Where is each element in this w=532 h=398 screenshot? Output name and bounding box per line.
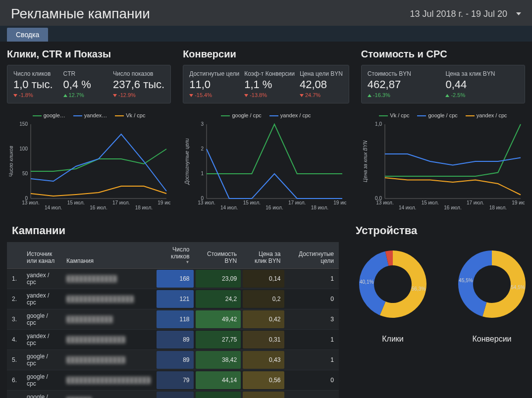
donut-conversions: 54,5%45,5% Конверсии [450, 242, 532, 344]
table-header[interactable]: Источник или канал [22, 242, 61, 269]
svg-text:13 июл.: 13 июл. [376, 200, 393, 205]
kpi-label: CTR [63, 70, 108, 77]
arrow-down-icon [445, 94, 449, 97]
panel-conv-title: Конверсии [183, 49, 349, 60]
table-header[interactable]: Стоимость BYN [195, 242, 242, 269]
table-cell: yandex / cpc [22, 330, 61, 350]
kpi-impressions[interactable]: Число показов 237,6 тыс. -12.9% [113, 70, 164, 98]
kpi-value: 462,87 [368, 78, 441, 91]
donut-clicks: 56,3%40,1% Клики [351, 242, 435, 344]
table-row[interactable]: 5.google / cpc██████████████8938,420,431 [7, 350, 339, 370]
campaigns-table: Источник или каналКампанияЧисло кликов▼С… [7, 242, 339, 398]
table-cell: 1 [285, 269, 339, 289]
kpi-delta: -12.9% [113, 92, 164, 98]
table-row[interactable]: 7.google / cpc██████5122,40,441 [7, 391, 339, 398]
svg-text:1,0: 1,0 [375, 121, 382, 127]
page-title: Рекламные кампании [11, 6, 150, 22]
kpi-value: 0,4 % [63, 78, 108, 91]
table-row[interactable]: 2.yandex / cpc████████████████12124,20,2… [7, 289, 339, 309]
table-row[interactable]: 1.yandex / cpc████████████16823,090,141 [7, 269, 339, 289]
table-cell: 118 [156, 309, 194, 330]
panel-clicks-title: Клики, CTR и Показы [7, 49, 171, 60]
kpi-value: 11,0 [189, 78, 239, 91]
tab-summary[interactable]: Сводка [7, 28, 48, 42]
panel-cost: Стоимость и CPC Стоимость BYN 462,87 -16… [361, 49, 525, 215]
kpi-cpc[interactable]: Цена за клик BYN 0,44 -2.5% [445, 70, 519, 98]
kpi-label: Достигнутые цели [189, 70, 239, 77]
svg-text:Число кликов: Число кликов [8, 146, 14, 177]
table-cell: 168 [156, 269, 194, 289]
kpi-value: 1,1 % [244, 78, 295, 91]
svg-text:56,3%: 56,3% [412, 286, 426, 292]
table-cell: 0,2 [242, 289, 285, 309]
svg-text:19 июл.: 19 июл. [512, 200, 525, 205]
table-cell: ██████████████ [61, 330, 156, 350]
kpi-clicks[interactable]: Число кликов 1,0 тыс. -1.8% [13, 70, 58, 98]
table-header[interactable]: Достигнутые цели [285, 242, 339, 269]
devices-title: Устройства [356, 224, 532, 237]
svg-text:40,1%: 40,1% [360, 279, 373, 285]
table-cell: 3 [285, 309, 339, 330]
kpi-label: Коэф-т Конверсии [244, 70, 295, 77]
table-row[interactable]: 4.yandex / cpc██████████████8927,750,311 [7, 330, 339, 350]
svg-text:100: 100 [19, 146, 28, 151]
date-range-picker[interactable]: 13 Jul 2018 г. - 19 Jul 20 [410, 9, 522, 19]
table-cell: 0 [285, 289, 339, 309]
table-cell: 2. [7, 289, 22, 309]
svg-text:13 июл.: 13 июл. [22, 200, 39, 205]
table-cell: google / cpc [22, 309, 61, 330]
kpi-delta: 12.7% [63, 92, 108, 98]
legend-item[interactable]: google / cpc [417, 112, 457, 118]
donut-chart-conversions: 54,5%45,5% [450, 242, 532, 326]
table-cell: 1. [7, 269, 22, 289]
table-cell: 3. [7, 309, 22, 330]
kpi-goals[interactable]: Достигнутые цели 11,0 -15.4% [189, 70, 239, 98]
table-row[interactable]: 6.google / cpc████████████████████7944,1… [7, 370, 339, 391]
table-cell: 5. [7, 350, 22, 370]
legend-item[interactable]: google… [33, 112, 65, 118]
legend-item[interactable]: Vk / cpc [115, 112, 145, 118]
table-header[interactable]: Кампания [61, 242, 156, 269]
kpi-delta: -1.8% [13, 92, 58, 98]
svg-text:2: 2 [201, 146, 204, 151]
kpi-group-clicks: Число кликов 1,0 тыс. -1.8% CTR 0,4 % 12… [7, 65, 171, 103]
kpi-label: Стоимость BYN [368, 70, 441, 77]
table-cell: 7. [7, 391, 22, 398]
table-header[interactable]: Число кликов▼ [156, 242, 194, 269]
table-cell: 27,75 [195, 330, 242, 350]
table-cell: 1 [285, 391, 339, 398]
svg-text:14 июл.: 14 июл. [220, 205, 238, 210]
table-cell: 4. [7, 330, 22, 350]
svg-text:1: 1 [201, 171, 204, 176]
svg-text:17 июл.: 17 июл. [112, 200, 130, 205]
table-row[interactable]: 3.google / cpc███████████11849,420,423 [7, 309, 339, 330]
table-header[interactable] [7, 242, 22, 269]
table-cell: 1 [285, 350, 339, 370]
kpi-ctr[interactable]: CTR 0,4 % 12.7% [63, 70, 108, 98]
kpi-delta: -13.8% [244, 92, 295, 98]
svg-text:16 июл.: 16 июл. [90, 205, 107, 210]
svg-text:18 июл.: 18 июл. [135, 205, 153, 210]
table-cell: ████████████████████ [61, 370, 156, 391]
table-cell: 0,31 [242, 330, 285, 350]
legend-item[interactable]: yandex… [73, 112, 107, 118]
panel-clicks: Клики, CTR и Показы Число кликов 1,0 тыс… [7, 49, 171, 215]
kpi-cost[interactable]: Стоимость BYN 462,87 -16.3% [368, 70, 441, 98]
table-cell: yandex / cpc [22, 289, 61, 309]
line-chart-clicks: Число кликов05010015013 июл.14 июл.15 ию… [7, 121, 170, 215]
legend-item[interactable]: google / cpc [221, 112, 261, 118]
legend-item[interactable]: yandex / cpc [269, 112, 311, 118]
table-header[interactable]: Цена за клик BYN [242, 242, 285, 269]
table-cell: google / cpc [22, 350, 61, 370]
legend-cost: Vk / cpc google / cpc yandex / cpc [361, 112, 525, 118]
kpi-goal-cost[interactable]: Цена цели BYN 42,08 24.7% [300, 70, 343, 98]
svg-text:150: 150 [19, 121, 28, 127]
svg-text:16 июл.: 16 июл. [444, 205, 461, 210]
legend-clicks: google… yandex… Vk / cpc [7, 112, 171, 118]
kpi-conv-rate[interactable]: Коэф-т Конверсии 1,1 % -13.8% [244, 70, 295, 98]
kpi-label: Число кликов [13, 70, 58, 77]
kpi-label: Цена цели BYN [300, 70, 343, 77]
svg-text:Достигнутые цели: Достигнутые цели [184, 138, 190, 185]
legend-item[interactable]: yandex / cpc [466, 112, 507, 118]
legend-item[interactable]: Vk / cpc [379, 112, 409, 118]
